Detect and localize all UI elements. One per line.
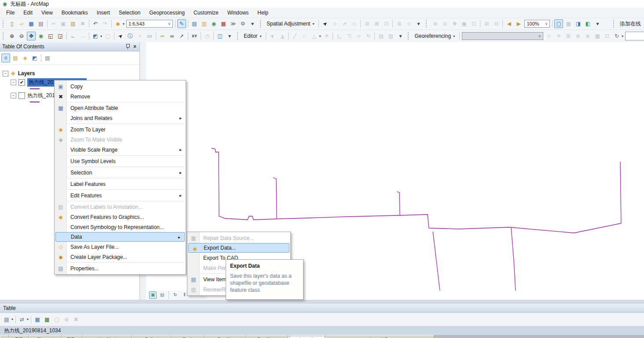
toolbar-overflow-arrow[interactable]: ▾ (593, 19, 602, 28)
refresh-view-button[interactable]: ↻ (172, 291, 179, 299)
column-header-shape[interactable]: Shape * (29, 335, 62, 338)
add-data-button-dropdown-arrow[interactable]: ▾ (123, 22, 124, 26)
georeferencing-toolbar-grip[interactable] (408, 32, 410, 40)
menu-use-symbol-levels[interactable]: Use Symbol Levels (55, 156, 186, 166)
list-by-selection-button[interactable]: ◩ (30, 54, 39, 62)
expander-icon[interactable]: − (3, 71, 8, 76)
menu-copy[interactable]: ▣Copy (55, 81, 186, 91)
toggle-draft-mode-button[interactable]: ▢ (554, 19, 563, 28)
table-tab[interactable]: 热力线_20190814_1034 (0, 326, 644, 335)
spatial-adjustment-menu-dropdown-arrow[interactable]: ▾ (312, 22, 314, 26)
menu-visible-scale-range[interactable]: Visible Scale Range▸ (55, 145, 186, 155)
column-header-length[interactable]: Length (288, 335, 326, 338)
editor-menu[interactable]: Editor▾ (242, 33, 264, 39)
menu-zoom-to-layer[interactable]: ◆Zoom To Layer (55, 124, 186, 134)
menu-label-features[interactable]: Label Features (55, 179, 186, 189)
column-header-lengthse[interactable]: LengthSe (326, 335, 434, 338)
online-toolbar-grip[interactable] (613, 20, 616, 28)
georeferencing-menu-dropdown-arrow[interactable]: ▾ (453, 34, 455, 38)
layout-toolbar-grip[interactable] (426, 20, 428, 28)
add-data-button[interactable]: ◆ (113, 19, 122, 28)
arcglobe-button[interactable]: ◉ (209, 19, 218, 28)
select-features-tool-dropdown-arrow[interactable]: ▾ (100, 34, 102, 38)
zoom-in-tool[interactable]: ⊕ (7, 32, 16, 40)
toolbar-overflow-arrow[interactable]: ▾ (414, 19, 423, 28)
menu-view[interactable]: View (37, 9, 57, 17)
menu-customize[interactable]: Customize (189, 9, 223, 17)
hyperlink-callout-tool[interactable]: ▭ (145, 32, 154, 40)
select-highlighted-button[interactable]: ▦ (33, 315, 42, 324)
full-extent-button[interactable]: ◉ (37, 32, 45, 40)
menu-insert[interactable]: Insert (92, 9, 114, 17)
standard-toolbar-grip[interactable] (3, 20, 5, 28)
zoom-percent-combo[interactable]: 100%∨ (524, 20, 550, 28)
table-options-menu-dropdown-arrow[interactable]: ▾ (11, 317, 13, 321)
adjustment-select-tool[interactable]: ➤ (321, 19, 329, 28)
menu-windows[interactable]: Windows (223, 9, 253, 17)
editor-menu-dropdown-arrow[interactable]: ▾ (260, 34, 261, 38)
back-extent-button[interactable]: ← (69, 32, 77, 40)
related-tables-button[interactable]: ⇄ (18, 315, 26, 324)
rotation-angle-input[interactable] (625, 32, 644, 40)
menu-bookmarks[interactable]: Bookmarks (57, 9, 92, 17)
menu-file[interactable]: File (2, 9, 19, 17)
column-header-collect[interactable]: Collect (132, 335, 172, 338)
expander-icon[interactable]: − (11, 93, 16, 98)
layer-line-symbol[interactable] (30, 88, 40, 89)
fixed-zoom-in-button[interactable]: ◱ (46, 32, 55, 40)
zoom-percent-combo-chevron-icon[interactable]: ∨ (545, 22, 548, 26)
table-options-menu[interactable]: ▤ (2, 315, 11, 324)
rotate-raster-button[interactable]: ↻ (612, 32, 621, 40)
select-elements-tool[interactable]: ➤ (116, 32, 125, 40)
change-layout-button[interactable]: ◨ (574, 19, 582, 28)
layer-visibility-checkbox[interactable] (18, 92, 25, 99)
identify-tool[interactable]: ⓘ (126, 32, 135, 40)
menu-selection[interactable]: Selection (114, 9, 145, 17)
data-driven-pages-button[interactable]: ◧ (583, 19, 592, 28)
spatial-adjustment-menu[interactable]: Spatial Adjustment▾ (264, 21, 317, 27)
save-button[interactable]: ▦ (27, 19, 36, 28)
python-window-button[interactable]: ≫ (229, 19, 238, 28)
create-viewer-window-tool[interactable]: ◫ (216, 32, 224, 40)
georeferencing-layer-combo-chevron-icon[interactable]: ∨ (538, 34, 542, 38)
select-features-tool[interactable]: ◩ (91, 32, 100, 40)
add-online-basemap-label[interactable]: 添加在线 (618, 20, 643, 28)
list-by-source-button[interactable]: ▤ (11, 54, 20, 62)
menu-joins-and-relates[interactable]: Joins and Relates▸ (55, 113, 186, 123)
toolbar-overflow-arrow[interactable]: ▾ (248, 19, 257, 28)
toc-root-row[interactable]: −❖Layers (3, 69, 139, 78)
editor-toolbar-grip[interactable] (237, 32, 240, 40)
expander-icon[interactable]: − (11, 80, 16, 85)
auto-hide-pin-icon[interactable] (125, 44, 130, 49)
column-header-startno[interactable]: StartNo (205, 335, 246, 338)
menu-selection[interactable]: Selection▸ (55, 167, 186, 178)
menu-convert-features-to-graphics[interactable]: ◆Convert Features to Graphics... (55, 212, 186, 222)
menu-edit[interactable]: Edit (19, 9, 37, 17)
menu-properties[interactable]: ▤Properties... (55, 263, 186, 273)
related-tables-button-dropdown-arrow[interactable]: ▾ (27, 317, 29, 321)
print-button[interactable]: ▤ (37, 19, 45, 28)
menu-create-layer-package[interactable]: ◆Create Layer Package... (55, 252, 186, 262)
georeferencing-menu[interactable]: Georeferencing▾ (412, 33, 458, 39)
map-scale-combo[interactable]: 1:6,543∨ (126, 20, 173, 28)
toc-options-button[interactable]: ▤ (43, 54, 52, 62)
row-selector-header[interactable] (0, 335, 9, 338)
spatial-adjustment-toolbar-grip[interactable] (260, 20, 263, 28)
close-icon[interactable]: × (132, 44, 137, 50)
menu-help[interactable]: Help (253, 9, 273, 17)
go-forward-extent-button[interactable]: ▶ (514, 19, 523, 28)
layer-line-symbol[interactable] (30, 102, 40, 102)
list-by-drawing-order-button[interactable]: ≡ (1, 54, 10, 62)
table-of-contents-button[interactable]: ▤ (190, 19, 199, 28)
menu-export-data[interactable]: ◆Export Data... (188, 243, 289, 253)
column-header-linemark[interactable]: LineMark (83, 335, 132, 338)
menu-geoprocessing[interactable]: Geoprocessing (145, 9, 189, 17)
find-tool[interactable]: ∞ (168, 32, 176, 40)
list-by-visibility-button[interactable]: ◈ (21, 54, 29, 62)
switch-selection-button[interactable]: ▩ (43, 315, 51, 324)
column-header-fid[interactable]: FID (9, 335, 29, 338)
menu-open-attribute-table[interactable]: ▦Open Attribute Table (55, 103, 186, 113)
layout-view-button[interactable]: ▤ (158, 291, 166, 299)
paste-button[interactable]: ▨ (69, 19, 77, 28)
go-to-xy-tool[interactable]: XY (190, 32, 199, 40)
